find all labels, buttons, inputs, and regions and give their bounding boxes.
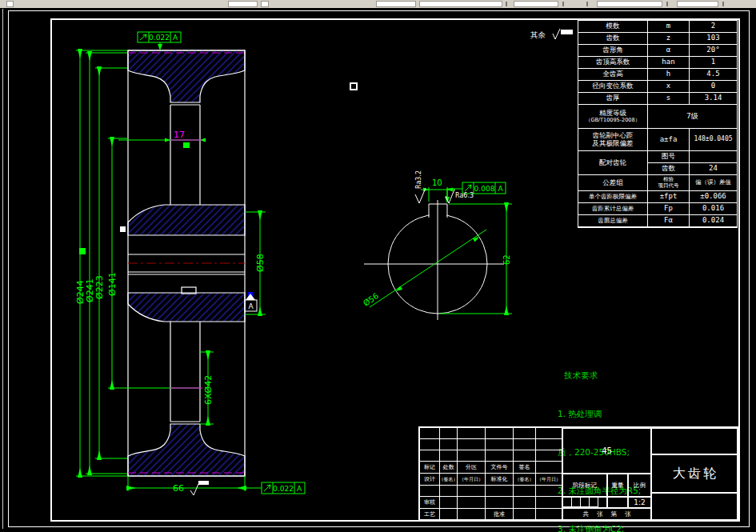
material-cell: 45 [562, 428, 651, 474]
param-symbol: z [648, 33, 690, 45]
param-value: 2 [690, 21, 737, 33]
runout-icon [140, 34, 146, 40]
param-value: 20° [690, 45, 737, 57]
param-symbol: m [648, 21, 690, 33]
center-distance-symbol: a±fa [648, 129, 690, 151]
param-symbol: x [648, 81, 690, 93]
tb-label: （签名） [514, 474, 536, 486]
toolbar-divider [722, 2, 724, 6]
tol-group-value: 偏（误）差值 [690, 175, 737, 191]
roughness-value-blob [561, 30, 573, 34]
tol-value: 0.024 [690, 215, 737, 227]
tol-symbol: Fp [648, 203, 690, 215]
param-label: 齿顶高系数 [578, 57, 648, 69]
gear-parameter-table: 模数 m 2 齿数 z 103 齿形角 α 20° 齿顶高系数 han 1 全齿… [578, 20, 738, 228]
cad-drawing-canvas: Ø244 Ø241 Ø223 Ø141 Ø58 6XØ42 66 17 0.02… [0, 0, 756, 532]
param-value: 3.14 [690, 93, 737, 105]
fcf-bottom: 0.022 A [262, 482, 305, 494]
tb-label: （年月日） [536, 474, 562, 486]
dim-keyway-width: 10 [432, 178, 442, 187]
tech-req-line: 3. 未注倒角为C2; [558, 522, 641, 532]
highlight-lines [170, 140, 202, 388]
rim-bottom-hatch [128, 424, 245, 476]
dim-d141: Ø141 [107, 272, 118, 296]
window-edge [2, 9, 3, 529]
param-label: 全齿高 [578, 69, 648, 81]
toolbar-divider [586, 2, 588, 6]
sheet-count-cell: 共张 第张 [562, 508, 651, 520]
rest-roughness-note: 其余 [528, 26, 584, 42]
company-cell [651, 493, 740, 520]
rim-top-hatch [128, 50, 245, 102]
mate-drawing-no-label: 图号 [648, 151, 690, 163]
center-lines [128, 53, 245, 473]
bore-outline [364, 200, 504, 320]
datum-triangle [246, 294, 255, 300]
mate-teeth-value: 24 [690, 163, 737, 175]
hub-bottom-hatch [128, 293, 245, 322]
tol-symbol: ±fpt [648, 191, 690, 203]
toolbar-divider [506, 2, 507, 6]
bore-end-view: 0.008 A 10 Ø56 62 Ra3.2 Ra6.3 [344, 148, 536, 332]
tb-label: 标准化 [486, 474, 514, 486]
toolbar-segment[interactable] [677, 1, 718, 7]
tol-value: ±0.066 [690, 191, 737, 203]
part-name-cell: 大齿轮 [651, 454, 740, 493]
dim-d58: Ø58 [255, 254, 266, 272]
toolbar-segment[interactable] [419, 1, 502, 7]
tb-label: （年月日） [458, 474, 486, 486]
fcf-top-datum: A [173, 34, 178, 42]
stage-sub-cells [562, 497, 607, 508]
grip-green[interactable] [183, 142, 190, 148]
toolbar-button[interactable] [261, 1, 269, 7]
precision-value: 7级 [648, 105, 737, 129]
tol-label: 齿距累计总偏差 [578, 203, 648, 215]
toolbar-segment[interactable] [514, 1, 558, 7]
fcf-bottom-datum: A [297, 485, 302, 493]
grip-green[interactable] [79, 248, 86, 254]
param-label: 齿数 [578, 33, 648, 45]
param-value: 4.5 [690, 69, 737, 81]
tb-label: 批准 [486, 509, 514, 520]
tb-label: （签名） [440, 474, 458, 486]
grip-white[interactable] [120, 226, 126, 232]
tech-req-line: 1. 热处理调 [558, 407, 641, 420]
dim-bore: Ø56 [362, 291, 380, 308]
dim-keyway-depth: 62 [502, 254, 511, 265]
param-symbol: α [648, 45, 690, 57]
tb-label: 工艺 [420, 509, 440, 520]
toolbar-button[interactable] [6, 1, 14, 7]
precision-label: 精度等级 （GB/T10095-2008） [578, 105, 648, 129]
dim-d223: Ø223 [94, 275, 105, 299]
tol-value: 0.016 [690, 203, 737, 215]
roughness-icons [415, 188, 454, 203]
param-value: 103 [690, 33, 737, 45]
weight-cell: 重量 [607, 474, 628, 497]
tb-label: 文件号 [486, 462, 514, 474]
bore-fcf-value: 0.008 [474, 185, 495, 193]
stage-mark-cell: 阶段标记 [562, 474, 607, 497]
tol-symbol: Fα [648, 215, 690, 227]
toolbar-segment[interactable] [376, 1, 416, 7]
runout-icon [264, 485, 270, 491]
param-symbol: h [648, 69, 690, 81]
gear-section-view: Ø244 Ø241 Ø223 Ø141 Ø58 6XØ42 66 17 0.02… [44, 22, 356, 518]
param-value: 1 [690, 57, 737, 69]
toolbar-divider [562, 2, 564, 6]
tol-group-label: 公差组 [578, 175, 648, 191]
tb-label: 分区 [458, 462, 486, 474]
roughness-side-label: Ra3.2 [415, 170, 422, 189]
fcf-top: 0.022 A [138, 32, 181, 42]
tech-req-title: 技术要求 [558, 369, 641, 382]
param-label: 径向变位系数 [578, 81, 648, 93]
rest-label: 其余 [530, 30, 546, 39]
param-label: 齿形角 [578, 45, 648, 57]
tb-label: 处数 [440, 462, 458, 474]
scrollbar-thumb[interactable] [228, 1, 258, 7]
param-label: 模数 [578, 21, 648, 33]
tol-group-symbol: 检验项目代号 [648, 175, 690, 191]
dim-holes: 6XØ42 [203, 375, 214, 405]
toolbar-segment[interactable] [597, 1, 662, 7]
toolbar-strip [0, 0, 756, 8]
bore-fcf-datum: A [498, 185, 503, 193]
